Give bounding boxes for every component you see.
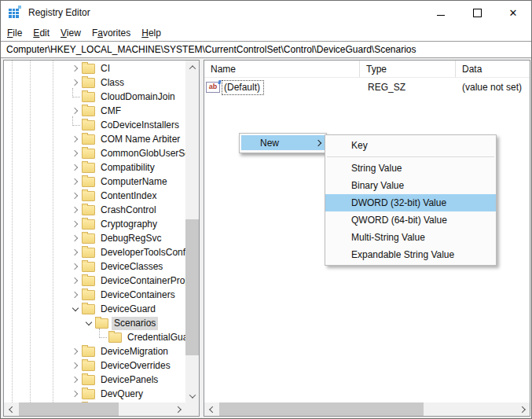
tree-item-label: COM Name Arbiter — [98, 133, 182, 146]
scroll-up-icon[interactable] — [185, 61, 199, 74]
chevron-right-icon[interactable] — [69, 147, 82, 160]
value-name: (Default) — [222, 81, 263, 94]
tree-item-com-name-arbiter[interactable]: COM Name Arbiter — [4, 132, 185, 146]
chevron-right-icon[interactable] — [69, 218, 82, 230]
tree-item-clouddomainjoin[interactable]: CloudDomainJoin — [4, 90, 185, 104]
scroll-right-icon[interactable] — [172, 402, 185, 416]
submenu-item-string-value[interactable]: String Value — [325, 160, 496, 177]
tree-item-computername[interactable]: ComputerName — [4, 175, 185, 189]
tree-item-commonglobuserse[interactable]: CommonGlobUserSe — [4, 146, 185, 160]
tree-item-label: DeveloperToolsConfi — [98, 246, 185, 259]
value-type-cell: REG_SZ — [360, 82, 456, 93]
accelerator-letter: V — [61, 28, 67, 39]
menubar-item-edit[interactable]: Edit — [28, 26, 55, 40]
tree-item-label: DeviceContainerProp — [98, 274, 185, 288]
values-hscroll-thumb[interactable] — [219, 402, 424, 416]
close-icon: ✕ — [509, 8, 518, 18]
tree-item-developertoolsconfi[interactable]: DeveloperToolsConfi — [4, 245, 185, 259]
tree-item-label: CI — [98, 62, 112, 75]
submenu-item-binary-value[interactable]: Binary Value — [325, 177, 496, 194]
context-menu-item-new[interactable]: New — [241, 135, 326, 150]
tree-item-devicecontainerprop[interactable]: DeviceContainerProp — [4, 274, 185, 288]
tree-item-devicepanels[interactable]: DevicePanels — [4, 373, 185, 387]
scroll-down-icon[interactable] — [185, 389, 199, 402]
address-input[interactable] — [1, 41, 531, 58]
chevron-right-icon[interactable] — [69, 161, 82, 174]
menubar-item-help[interactable]: Help — [136, 26, 167, 40]
tree-hscroll-thumb[interactable] — [19, 402, 119, 416]
scroll-left-icon[interactable] — [4, 402, 17, 416]
close-button[interactable]: ✕ — [495, 1, 531, 24]
accelerator-letter: F — [7, 28, 13, 39]
chevron-right-icon[interactable] — [69, 289, 82, 301]
tree-item-ci[interactable]: CI — [4, 61, 185, 75]
chevron-right-icon[interactable] — [69, 274, 82, 287]
menubar: FileEditViewFavoritesHelp — [1, 24, 531, 41]
column-header-data[interactable]: Data — [456, 61, 530, 77]
chevron-right-icon[interactable] — [69, 388, 82, 400]
chevron-right-icon[interactable] — [69, 76, 82, 89]
tree-item-cryptography[interactable]: Cryptography — [4, 217, 185, 231]
tree-item-compatibility[interactable]: Compatibility — [4, 160, 185, 175]
folder-icon — [82, 78, 95, 88]
tree-item-devicecontainers[interactable]: DeviceContainers — [4, 288, 185, 302]
value-row-default[interactable]: ab (Default) REG_SZ (value not set) — [204, 80, 530, 94]
tree-vscroll-thumb[interactable] — [185, 219, 199, 355]
tree-item-crashcontrol[interactable]: CrashControl — [4, 203, 185, 217]
column-header-name[interactable]: Name — [204, 61, 360, 77]
chevron-right-icon[interactable] — [69, 373, 82, 386]
scroll-left-icon[interactable] — [204, 402, 218, 416]
folder-icon — [82, 276, 95, 286]
submenu-item-expandable-string-value[interactable]: Expandable String Value — [325, 246, 496, 263]
tree-vertical-scrollbar[interactable] — [185, 61, 199, 402]
chevron-right-icon[interactable] — [69, 246, 82, 259]
tree-item-label: DevicePanels — [98, 373, 160, 387]
tree-item-cmf[interactable]: CMF — [4, 104, 185, 118]
window-controls: ✕ — [423, 1, 531, 24]
chevron-right-icon[interactable] — [69, 345, 82, 358]
folder-icon — [82, 219, 95, 230]
tree-item-devicemigration[interactable]: DeviceMigration — [4, 344, 185, 358]
chevron-right-icon[interactable] — [69, 204, 82, 216]
chevron-right-icon[interactable] — [69, 133, 82, 145]
accelerator-letter: E — [33, 28, 39, 39]
new-submenu: KeyString ValueBinary ValueDWORD (32-bit… — [325, 134, 497, 266]
tree-item-codeviceinstallers[interactable]: CoDeviceInstallers — [4, 118, 185, 132]
tree-item-label: DevQuery — [98, 388, 145, 401]
menubar-item-favorites[interactable]: Favorites — [86, 26, 136, 40]
chevron-right-icon[interactable] — [69, 175, 82, 188]
chevron-right-icon[interactable] — [69, 189, 82, 202]
chevron-down-icon[interactable] — [83, 317, 95, 329]
menubar-item-file[interactable]: File — [2, 26, 28, 40]
tree-item-deviceoverrides[interactable]: DeviceOverrides — [4, 358, 185, 373]
submenu-item-key[interactable]: Key — [325, 137, 496, 154]
tree-item-label: DeviceContainers — [98, 289, 178, 302]
chevron-right-icon[interactable] — [69, 105, 82, 117]
tree-item-deviceclasses[interactable]: DeviceClasses — [4, 259, 185, 274]
tree-item-credentialguar[interactable]: CredentialGuar — [4, 330, 185, 344]
list-header: Name Type Data — [204, 61, 530, 78]
chevron-right-icon[interactable] — [69, 260, 82, 273]
string-value-icon: ab — [206, 82, 220, 93]
menubar-item-view[interactable]: View — [55, 26, 86, 40]
values-horizontal-scrollbar[interactable] — [204, 402, 530, 416]
chevron-right-icon[interactable] — [69, 62, 82, 75]
submenu-item-dword-32-bit-value[interactable]: DWORD (32-bit) Value — [325, 194, 496, 211]
submenu-item-qword-64-bit-value[interactable]: QWORD (64-bit) Value — [325, 211, 496, 229]
maximize-button[interactable] — [459, 1, 495, 24]
tree-item-contentindex[interactable]: ContentIndex — [4, 189, 185, 203]
minimize-button[interactable] — [423, 1, 459, 24]
submenu-item-multi-string-value[interactable]: Multi-String Value — [325, 229, 496, 246]
chevron-right-icon[interactable] — [69, 359, 82, 372]
chevron-down-icon[interactable] — [69, 303, 82, 315]
column-header-type[interactable]: Type — [360, 61, 456, 77]
folder-icon — [95, 318, 108, 329]
tree-item-scenarios[interactable]: Scenarios — [4, 316, 185, 330]
tree-horizontal-scrollbar[interactable] — [4, 402, 185, 416]
scroll-right-icon[interactable] — [516, 402, 530, 416]
tree-item-deviceguard[interactable]: DeviceGuard — [4, 302, 185, 316]
tree-item-devquery[interactable]: DevQuery — [4, 387, 185, 401]
tree-item-class[interactable]: Class — [4, 75, 185, 90]
tree-item-debugregsvc[interactable]: DebugRegSvc — [4, 231, 185, 245]
chevron-right-icon[interactable] — [69, 232, 82, 244]
